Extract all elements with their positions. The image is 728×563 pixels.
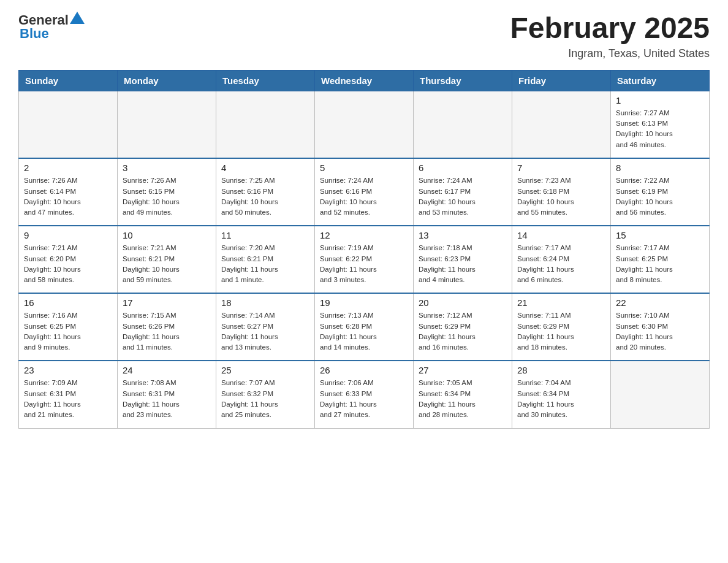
calendar-cell: 10Sunrise: 7:21 AMSunset: 6:21 PMDayligh… bbox=[118, 226, 216, 293]
calendar-cell: 15Sunrise: 7:17 AMSunset: 6:25 PMDayligh… bbox=[611, 226, 710, 293]
day-info: Sunrise: 7:06 AMSunset: 6:33 PMDaylight:… bbox=[320, 378, 408, 420]
day-info: Sunrise: 7:17 AMSunset: 6:25 PMDaylight:… bbox=[616, 243, 704, 285]
day-number: 11 bbox=[221, 230, 309, 240]
day-info: Sunrise: 7:24 AMSunset: 6:17 PMDaylight:… bbox=[419, 175, 507, 218]
day-info: Sunrise: 7:19 AMSunset: 6:22 PMDaylight:… bbox=[320, 243, 408, 285]
day-number: 8 bbox=[616, 163, 704, 173]
calendar-cell bbox=[315, 91, 414, 158]
day-number: 6 bbox=[419, 163, 507, 173]
day-number: 14 bbox=[517, 230, 605, 240]
day-info: Sunrise: 7:25 AMSunset: 6:16 PMDaylight:… bbox=[221, 175, 309, 218]
day-number: 4 bbox=[221, 163, 309, 173]
calendar-cell: 14Sunrise: 7:17 AMSunset: 6:24 PMDayligh… bbox=[512, 226, 611, 293]
day-number: 13 bbox=[419, 230, 507, 240]
day-info: Sunrise: 7:23 AMSunset: 6:18 PMDaylight:… bbox=[517, 175, 605, 218]
calendar-cell: 5Sunrise: 7:24 AMSunset: 6:16 PMDaylight… bbox=[315, 158, 414, 226]
calendar-week-row: 23Sunrise: 7:09 AMSunset: 6:31 PMDayligh… bbox=[19, 361, 710, 428]
header-sunday: Sunday bbox=[19, 70, 118, 91]
calendar-table: SundayMondayTuesdayWednesdayThursdayFrid… bbox=[18, 70, 710, 429]
logo: General Blue bbox=[18, 12, 85, 42]
header-wednesday: Wednesday bbox=[315, 70, 414, 91]
calendar-week-row: 16Sunrise: 7:16 AMSunset: 6:25 PMDayligh… bbox=[19, 293, 710, 361]
day-number: 20 bbox=[419, 297, 507, 308]
day-number: 10 bbox=[123, 230, 211, 240]
day-info: Sunrise: 7:26 AMSunset: 6:14 PMDaylight:… bbox=[24, 175, 112, 218]
header-monday: Monday bbox=[118, 70, 216, 91]
day-info: Sunrise: 7:11 AMSunset: 6:29 PMDaylight:… bbox=[517, 310, 605, 353]
day-number: 25 bbox=[221, 365, 309, 375]
day-info: Sunrise: 7:10 AMSunset: 6:30 PMDaylight:… bbox=[616, 310, 704, 353]
day-info: Sunrise: 7:18 AMSunset: 6:23 PMDaylight:… bbox=[419, 243, 507, 285]
calendar-cell bbox=[216, 91, 315, 158]
calendar-cell: 6Sunrise: 7:24 AMSunset: 6:17 PMDaylight… bbox=[414, 158, 512, 226]
calendar-cell: 11Sunrise: 7:20 AMSunset: 6:21 PMDayligh… bbox=[216, 226, 315, 293]
day-number: 22 bbox=[616, 297, 704, 308]
calendar-cell: 20Sunrise: 7:12 AMSunset: 6:29 PMDayligh… bbox=[414, 293, 512, 361]
calendar-cell: 22Sunrise: 7:10 AMSunset: 6:30 PMDayligh… bbox=[611, 293, 710, 361]
day-info: Sunrise: 7:21 AMSunset: 6:20 PMDaylight:… bbox=[24, 243, 112, 285]
day-number: 5 bbox=[320, 163, 408, 173]
logo-blue-text: Blue bbox=[20, 26, 85, 42]
day-number: 18 bbox=[221, 297, 309, 308]
day-info: Sunrise: 7:20 AMSunset: 6:21 PMDaylight:… bbox=[221, 243, 309, 285]
header-saturday: Saturday bbox=[611, 70, 710, 91]
calendar-cell bbox=[19, 91, 118, 158]
day-info: Sunrise: 7:24 AMSunset: 6:16 PMDaylight:… bbox=[320, 175, 408, 218]
day-info: Sunrise: 7:21 AMSunset: 6:21 PMDaylight:… bbox=[123, 243, 211, 285]
day-number: 12 bbox=[320, 230, 408, 240]
day-number: 1 bbox=[616, 95, 704, 105]
calendar-cell: 25Sunrise: 7:07 AMSunset: 6:32 PMDayligh… bbox=[216, 361, 315, 428]
calendar-cell bbox=[611, 361, 710, 428]
day-info: Sunrise: 7:26 AMSunset: 6:15 PMDaylight:… bbox=[123, 175, 211, 218]
day-number: 26 bbox=[320, 365, 408, 375]
day-info: Sunrise: 7:04 AMSunset: 6:34 PMDaylight:… bbox=[517, 378, 605, 420]
calendar-cell bbox=[512, 91, 611, 158]
day-info: Sunrise: 7:27 AMSunset: 6:13 PMDaylight:… bbox=[616, 108, 704, 150]
day-info: Sunrise: 7:15 AMSunset: 6:26 PMDaylight:… bbox=[123, 310, 211, 353]
day-info: Sunrise: 7:22 AMSunset: 6:19 PMDaylight:… bbox=[616, 175, 704, 218]
day-number: 16 bbox=[24, 297, 112, 308]
calendar-cell: 27Sunrise: 7:05 AMSunset: 6:34 PMDayligh… bbox=[414, 361, 512, 428]
header-thursday: Thursday bbox=[414, 70, 512, 91]
logo-triangle-icon bbox=[70, 12, 85, 24]
calendar-cell: 2Sunrise: 7:26 AMSunset: 6:14 PMDaylight… bbox=[19, 158, 118, 226]
day-info: Sunrise: 7:05 AMSunset: 6:34 PMDaylight:… bbox=[419, 378, 507, 420]
calendar-header-row: SundayMondayTuesdayWednesdayThursdayFrid… bbox=[19, 70, 710, 91]
calendar-week-row: 1Sunrise: 7:27 AMSunset: 6:13 PMDaylight… bbox=[19, 91, 710, 158]
day-number: 7 bbox=[517, 163, 605, 173]
header-friday: Friday bbox=[512, 70, 611, 91]
day-info: Sunrise: 7:09 AMSunset: 6:31 PMDaylight:… bbox=[24, 378, 112, 420]
calendar-cell: 13Sunrise: 7:18 AMSunset: 6:23 PMDayligh… bbox=[414, 226, 512, 293]
day-info: Sunrise: 7:08 AMSunset: 6:31 PMDaylight:… bbox=[123, 378, 211, 420]
day-info: Sunrise: 7:12 AMSunset: 6:29 PMDaylight:… bbox=[419, 310, 507, 353]
header-tuesday: Tuesday bbox=[216, 70, 315, 91]
calendar-subtitle: Ingram, Texas, United States bbox=[510, 47, 710, 60]
day-number: 28 bbox=[517, 365, 605, 375]
calendar-cell: 7Sunrise: 7:23 AMSunset: 6:18 PMDaylight… bbox=[512, 158, 611, 226]
day-number: 24 bbox=[123, 365, 211, 375]
day-info: Sunrise: 7:13 AMSunset: 6:28 PMDaylight:… bbox=[320, 310, 408, 353]
calendar-cell: 24Sunrise: 7:08 AMSunset: 6:31 PMDayligh… bbox=[118, 361, 216, 428]
day-number: 27 bbox=[419, 365, 507, 375]
day-number: 17 bbox=[123, 297, 211, 308]
calendar-week-row: 2Sunrise: 7:26 AMSunset: 6:14 PMDaylight… bbox=[19, 158, 710, 226]
day-number: 9 bbox=[24, 230, 112, 240]
day-info: Sunrise: 7:07 AMSunset: 6:32 PMDaylight:… bbox=[221, 378, 309, 420]
calendar-cell: 4Sunrise: 7:25 AMSunset: 6:16 PMDaylight… bbox=[216, 158, 315, 226]
calendar-cell: 1Sunrise: 7:27 AMSunset: 6:13 PMDaylight… bbox=[611, 91, 710, 158]
calendar-cell bbox=[414, 91, 512, 158]
calendar-cell: 23Sunrise: 7:09 AMSunset: 6:31 PMDayligh… bbox=[19, 361, 118, 428]
day-number: 2 bbox=[24, 163, 112, 173]
page-header: General Blue February 2025 Ingram, Texas… bbox=[18, 12, 710, 60]
calendar-cell: 8Sunrise: 7:22 AMSunset: 6:19 PMDaylight… bbox=[611, 158, 710, 226]
calendar-cell: 9Sunrise: 7:21 AMSunset: 6:20 PMDaylight… bbox=[19, 226, 118, 293]
calendar-title: February 2025 bbox=[510, 12, 710, 45]
day-number: 23 bbox=[24, 365, 112, 375]
day-info: Sunrise: 7:14 AMSunset: 6:27 PMDaylight:… bbox=[221, 310, 309, 353]
day-number: 3 bbox=[123, 163, 211, 173]
calendar-cell: 12Sunrise: 7:19 AMSunset: 6:22 PMDayligh… bbox=[315, 226, 414, 293]
calendar-cell: 17Sunrise: 7:15 AMSunset: 6:26 PMDayligh… bbox=[118, 293, 216, 361]
title-block: February 2025 Ingram, Texas, United Stat… bbox=[510, 12, 710, 60]
day-info: Sunrise: 7:17 AMSunset: 6:24 PMDaylight:… bbox=[517, 243, 605, 285]
day-number: 19 bbox=[320, 297, 408, 308]
